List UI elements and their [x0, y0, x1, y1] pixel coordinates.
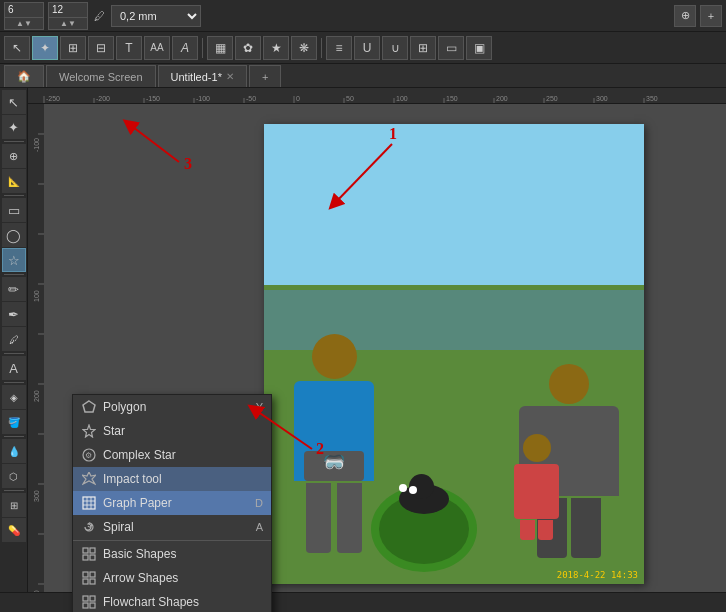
menu-item-impact[interactable]: Impact tool — [73, 467, 271, 491]
menu-item-star[interactable]: Star — [73, 419, 271, 443]
spiral-icon — [81, 519, 97, 535]
menu-item-spiral[interactable]: Spiral A — [73, 515, 271, 539]
arrow-shapes-icon — [81, 570, 97, 586]
canvas-content[interactable]: 🥽 — [44, 104, 726, 612]
separator2 — [321, 38, 322, 58]
square-btn[interactable]: ▣ — [466, 36, 492, 60]
flower-btn[interactable]: ✿ — [235, 36, 261, 60]
svg-rect-63 — [83, 603, 88, 608]
star-label: Star — [103, 424, 257, 438]
flowchart-label: Flowchart Shapes — [103, 595, 257, 609]
height-spinbox[interactable]: 12 ▲▼ — [48, 2, 88, 30]
menu-sep1 — [73, 540, 271, 541]
untitled-tab[interactable]: Untitled-1* ✕ — [158, 65, 247, 87]
svg-text:150: 150 — [446, 95, 458, 102]
zoom-btn[interactable]: ⊟ — [88, 36, 114, 60]
svg-text:300: 300 — [33, 490, 40, 502]
pen-tool[interactable]: ✒ — [2, 302, 26, 326]
connector-tool[interactable]: ⊞ — [2, 493, 26, 517]
menu-item-basic-shapes[interactable]: Basic Shapes — [73, 542, 271, 566]
svg-rect-54 — [90, 548, 95, 553]
font-btn[interactable]: AA — [144, 36, 170, 60]
star-btn[interactable]: ★ — [263, 36, 289, 60]
tool-sep3 — [4, 274, 24, 275]
node-tool-btn[interactable]: ✦ — [32, 36, 58, 60]
height-arrows[interactable]: ▲▼ — [49, 18, 87, 29]
svg-rect-56 — [90, 555, 95, 560]
complex-star-label: Complex Star — [103, 448, 257, 462]
svg-text:350: 350 — [646, 95, 658, 102]
svg-rect-53 — [83, 548, 88, 553]
tool-sep6 — [4, 436, 24, 437]
close-tab-icon[interactable]: ✕ — [226, 71, 234, 82]
tool-sep4 — [4, 353, 24, 354]
arrow-shapes-label: Arrow Shapes — [103, 571, 257, 585]
canvas-area[interactable]: -250 -200 -150 -100 -50 0 50 100 — [28, 88, 726, 612]
underline-btn[interactable]: U — [354, 36, 380, 60]
menu-item-complex-star[interactable]: ⚙ Complex Star — [73, 443, 271, 467]
width-spinbox[interactable]: 6 ▲▼ — [4, 2, 44, 30]
dropper-tool[interactable]: 💊 — [2, 518, 26, 542]
untitled-tab-label: Untitled-1* — [171, 71, 222, 83]
svg-marker-44 — [83, 425, 95, 437]
svg-text:50: 50 — [346, 95, 354, 102]
italic-btn[interactable]: A — [172, 36, 198, 60]
menu-item-graph-paper[interactable]: Graph Paper D — [73, 491, 271, 515]
new-tab-btn[interactable]: + — [249, 65, 281, 87]
home-tab[interactable]: 🏠 — [4, 65, 44, 87]
eraser-tool[interactable]: ⬡ — [2, 464, 26, 488]
unit-dropdown[interactable]: 0,2 mm — [111, 5, 201, 27]
text-tool[interactable]: A — [2, 356, 26, 380]
measure-tool[interactable]: 📐 — [2, 169, 26, 193]
node-tool[interactable]: ✦ — [2, 115, 26, 139]
photo-bush — [379, 494, 469, 564]
menu-item-polygon[interactable]: Polygon Y — [73, 395, 271, 419]
svg-text:100: 100 — [33, 290, 40, 302]
text-btn[interactable]: T — [116, 36, 142, 60]
svg-rect-57 — [83, 572, 88, 577]
zoom-tool[interactable]: ⊕ — [2, 144, 26, 168]
svg-rect-59 — [83, 579, 88, 584]
gradient-tool[interactable]: ◈ — [2, 385, 26, 409]
svg-rect-27 — [28, 104, 44, 604]
move-icon[interactable]: ⊕ — [674, 5, 696, 27]
top-control-bar: 6 ▲▼ 12 ▲▼ 🖊 0,2 mm ⊕ + — [0, 0, 726, 32]
svg-text:0: 0 — [296, 95, 300, 102]
union-btn[interactable]: ∪ — [382, 36, 408, 60]
select-tool-btn[interactable]: ↖ — [4, 36, 30, 60]
tool-sep5 — [4, 382, 24, 383]
pencil-tool[interactable]: ✏ — [2, 277, 26, 301]
menu-item-arrow-shapes[interactable]: Arrow Shapes — [73, 566, 271, 590]
svg-rect-55 — [83, 555, 88, 560]
basic-shapes-icon — [81, 546, 97, 562]
callig-tool[interactable]: 🖊 — [2, 327, 26, 351]
grid-btn[interactable]: ⊞ — [60, 36, 86, 60]
context-menu: Polygon Y Star ⚙ Complex Star — [72, 394, 272, 612]
grid2-btn[interactable]: ⊞ — [410, 36, 436, 60]
circle-tool[interactable]: ◯ — [2, 223, 26, 247]
menu-item-flowchart[interactable]: Flowchart Shapes — [73, 590, 271, 612]
svg-text:-100: -100 — [196, 95, 210, 102]
list-btn[interactable]: ≡ — [326, 36, 352, 60]
paint-tool[interactable]: 🪣 — [2, 410, 26, 434]
plus-icon[interactable]: + — [700, 5, 722, 27]
star-tool[interactable]: ☆ — [2, 248, 26, 272]
rect-tool[interactable]: ▭ — [2, 198, 26, 222]
tool-sep7 — [4, 490, 24, 491]
arrow-tool[interactable]: ↖ — [2, 90, 26, 114]
width-arrows[interactable]: ▲▼ — [5, 18, 43, 29]
basic-shapes-label: Basic Shapes — [103, 547, 257, 561]
svg-rect-60 — [90, 579, 95, 584]
pattern-btn[interactable]: ▦ — [207, 36, 233, 60]
spray-tool[interactable]: 💧 — [2, 439, 26, 463]
tabs-row: 🏠 Welcome Screen Untitled-1* ✕ + — [0, 64, 726, 88]
toolbar-row: ↖ ✦ ⊞ ⊟ T AA A ▦ ✿ ★ ❋ ≡ U ∪ ⊞ ▭ ▣ — [0, 32, 726, 64]
svg-rect-62 — [90, 596, 95, 601]
welcome-tab[interactable]: Welcome Screen — [46, 65, 156, 87]
snowflake-btn[interactable]: ❋ — [291, 36, 317, 60]
rect-btn[interactable]: ▭ — [438, 36, 464, 60]
polygon-icon — [81, 399, 97, 415]
svg-marker-43 — [83, 401, 95, 412]
svg-rect-58 — [90, 572, 95, 577]
polygon-label: Polygon — [103, 400, 250, 414]
